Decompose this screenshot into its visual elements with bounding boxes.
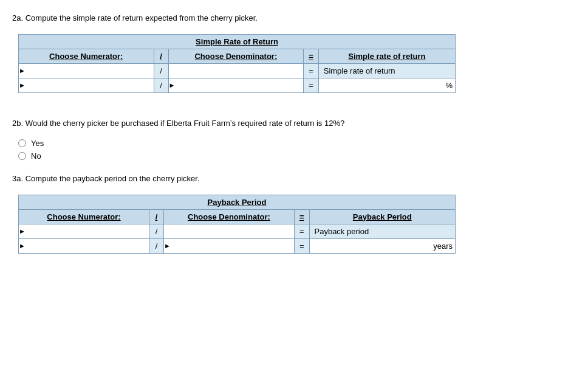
label-yes: Yes	[31, 139, 44, 148]
arrow-icon-4: ►	[19, 227, 26, 235]
payback-denominator-input-2[interactable]	[172, 239, 294, 252]
option-no[interactable]: No	[18, 151, 576, 161]
payback-denominator-cell-1[interactable]	[163, 224, 294, 238]
table-row: ► / = Simple rate of return	[19, 63, 456, 78]
simple-rate-title: Simple Rate of Return	[19, 34, 456, 49]
radio-yes[interactable]	[18, 139, 26, 147]
payback-numerator-input-1[interactable]	[27, 224, 149, 238]
arrow-icon-3: ►	[169, 82, 176, 89]
arrow-icon-5: ►	[19, 242, 26, 249]
question-3a: 3a. Compute the payback period on the ch…	[12, 173, 576, 185]
question-2a: 2a. Compute the simple rate of return ex…	[12, 12, 576, 24]
section-2b: 2b. Would the cherry picker be purchased…	[12, 117, 576, 161]
payback-numerator-input-2[interactable]	[27, 239, 149, 252]
radio-group-2b: Yes No	[18, 139, 576, 161]
payback-equals-1: =	[294, 224, 309, 238]
section-2a: 2a. Compute the simple rate of return ex…	[12, 12, 576, 93]
payback-numerator-cell-1[interactable]: ►	[19, 224, 149, 238]
payback-table: Payback Period Choose Numerator: / Choos…	[18, 195, 456, 254]
percent-result-cell[interactable]: %	[318, 78, 455, 92]
payback-numerator-cell-2[interactable]: ►	[19, 238, 149, 253]
radio-no[interactable]	[18, 152, 26, 160]
numerator-input-2[interactable]	[27, 78, 154, 92]
payback-slash-1: /	[149, 224, 163, 238]
denominator-input-1[interactable]	[169, 64, 304, 77]
denominator-input-cell-2[interactable]: ►	[168, 78, 304, 92]
slash-1: /	[154, 63, 168, 78]
payback-denominator-input-1[interactable]	[164, 224, 294, 238]
section-3a: 3a. Compute the payback period on the ch…	[12, 173, 576, 254]
table-row: ► / = Payback period	[19, 224, 456, 238]
payback-equals-header: =	[294, 209, 309, 224]
payback-slash-2: /	[149, 238, 163, 253]
numerator-input-1[interactable]	[27, 64, 154, 77]
percent-symbol: %	[445, 81, 453, 90]
percent-input[interactable]	[332, 81, 443, 90]
payback-result-header: Payback Period	[309, 209, 456, 224]
slash-2: /	[154, 78, 168, 92]
numerator-input-cell-2[interactable]: ►	[19, 78, 154, 92]
denominator-input-cell-1[interactable]	[168, 63, 304, 78]
arrow-icon-6: ►	[164, 242, 171, 249]
simple-rate-table: Simple Rate of Return Choose Numerator: …	[18, 34, 456, 93]
payback-years-cell[interactable]: years	[309, 238, 456, 253]
payback-denominator-cell-2[interactable]: ►	[163, 238, 294, 253]
table-row: ► / ► = years	[19, 238, 456, 253]
result-label-1: Simple rate of return	[318, 63, 455, 78]
label-no: No	[31, 151, 41, 161]
equals-header: =	[304, 49, 319, 63]
payback-numerator-header: Choose Numerator:	[19, 209, 149, 224]
equals-2: =	[304, 78, 319, 92]
payback-denominator-header: Choose Denominator:	[163, 209, 294, 224]
numerator-input-cell-1[interactable]: ►	[19, 63, 154, 78]
result-header: Simple rate of return	[318, 49, 455, 63]
arrow-icon-2: ►	[19, 82, 26, 89]
table-row: ► / ► = %	[19, 78, 456, 92]
arrow-icon-1: ►	[19, 67, 26, 74]
denominator-input-2[interactable]	[176, 78, 303, 92]
numerator-header: Choose Numerator:	[19, 49, 154, 63]
slash-header: /	[154, 49, 168, 63]
payback-slash-header: /	[149, 209, 163, 224]
simple-rate-table-wrapper: Simple Rate of Return Choose Numerator: …	[12, 34, 576, 93]
question-2b: 2b. Would the cherry picker be purchased…	[12, 117, 576, 130]
payback-equals-2: =	[294, 238, 309, 253]
payback-result-label-1: Payback period	[309, 224, 456, 238]
option-yes[interactable]: Yes	[18, 139, 576, 148]
payback-years-input[interactable]	[333, 241, 431, 251]
payback-title: Payback Period	[19, 195, 456, 209]
equals-1: =	[304, 63, 319, 78]
years-label: years	[433, 241, 453, 251]
payback-table-wrapper: Payback Period Choose Numerator: / Choos…	[12, 195, 576, 254]
denominator-header: Choose Denominator:	[168, 49, 304, 63]
